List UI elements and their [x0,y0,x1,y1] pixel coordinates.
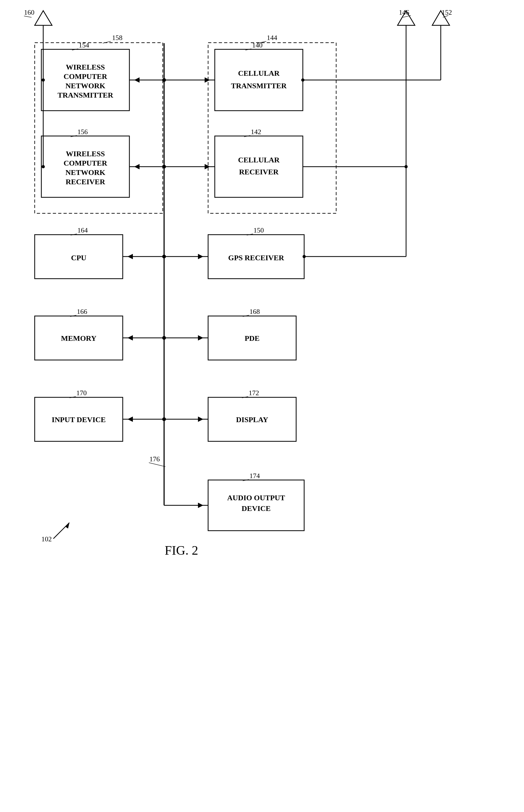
svg-marker-35 [198,335,203,340]
cellular-receiver-label: CELLULAR [238,156,280,164]
svg-marker-26 [134,164,140,169]
svg-point-21 [162,78,166,82]
cpu-label: CPU [71,254,86,262]
cellular-receiver-label2: RECEIVER [239,168,279,176]
ref-146: 146 [399,9,409,16]
svg-marker-23 [204,77,210,83]
ref-152: 152 [442,9,452,16]
svg-point-25 [162,165,166,169]
svg-marker-31 [198,254,203,259]
wireless-receiver-label3: NETWORK [65,168,105,176]
cellular-transmitter-label: CELLULAR [238,69,280,77]
ref-174: 174 [249,472,260,480]
svg-point-58 [302,255,306,258]
svg-marker-38 [128,417,133,422]
svg-rect-11 [215,136,303,197]
ref-142: 142 [251,128,261,136]
wireless-receiver-label: WIRELESS [66,150,105,158]
cellular-transmitter-label2: TRANSMITTER [231,82,287,90]
svg-point-29 [162,255,166,258]
ref-154: 154 [79,41,89,49]
ref-102: 102 [42,535,52,543]
svg-marker-27 [204,164,210,169]
ref-156: 156 [77,128,88,136]
ref-176: 176 [149,455,160,463]
ref-150: 150 [253,226,264,234]
ref-168: 168 [249,308,260,316]
ref-144: 144 [267,34,277,41]
input-device-label: INPUT DEVICE [52,416,106,424]
audio-label: AUDIO OUTPUT [227,494,285,502]
ref-170: 170 [76,389,87,397]
pde-label: PDE [245,334,260,342]
diagram: 160 146 152 158 144 WIRELESS COMPUTER NE… [0,0,524,812]
svg-marker-22 [134,77,140,83]
ref-158: 158 [112,34,122,41]
svg-marker-34 [128,335,133,340]
wireless-receiver-label4: RECEIVER [66,177,105,186]
svg-marker-0 [35,11,52,26]
svg-rect-10 [215,49,303,111]
wireless-transmitter-label: WIRELESS [66,63,105,71]
svg-marker-39 [198,417,203,422]
wireless-transmitter-label2: COMPUTER [64,72,107,81]
svg-point-51 [301,79,305,82]
ref-140: 140 [252,41,263,49]
svg-marker-30 [128,254,133,259]
ref-160: 160 [24,9,34,16]
fig-label: FIG. 2 [165,543,198,557]
svg-point-33 [162,336,166,340]
memory-label: MEMORY [61,334,97,342]
wireless-receiver-label2: COMPUTER [64,159,107,167]
ref-172: 172 [249,389,259,397]
svg-point-48 [42,165,45,168]
ref-166: 166 [77,308,87,316]
gps-label: GPS RECEIVER [228,254,284,262]
ref-164: 164 [77,226,88,234]
svg-marker-42 [198,503,203,508]
wireless-transmitter-label4: TRANSMITTER [58,91,113,99]
audio-label2: DEVICE [242,504,271,512]
display-label: DISPLAY [236,416,268,424]
wireless-transmitter-label3: NETWORK [65,82,105,90]
